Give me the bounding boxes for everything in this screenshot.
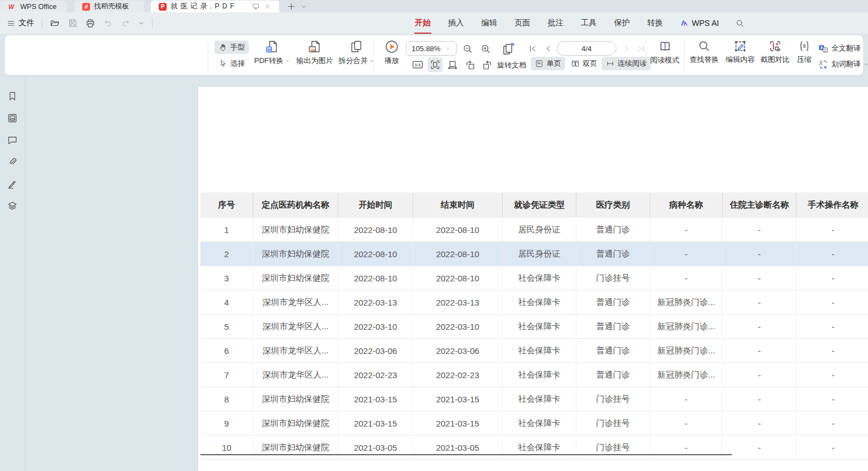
screenshot-compare-button[interactable]: 截图对比: [758, 39, 792, 65]
close-tab-icon[interactable]: [264, 3, 271, 10]
table-cell: -: [650, 411, 723, 435]
tab-document-active[interactable]: P 就医记录.PDF: [151, 1, 279, 12]
tab-docer-templates[interactable]: d 找稻壳模板: [74, 1, 144, 12]
wps-ai-button[interactable]: WPS AI: [680, 19, 719, 28]
monitor-icon[interactable]: [252, 2, 260, 11]
fit-width-icon: [447, 59, 458, 70]
single-page-button[interactable]: 单页: [531, 57, 565, 70]
table-cell: -: [650, 387, 723, 411]
undo-icon[interactable]: [103, 18, 113, 28]
menu-item-tools[interactable]: 工具: [580, 17, 597, 29]
fit-width-button[interactable]: [446, 58, 459, 71]
edit-content-icon: [733, 39, 747, 53]
continuous-read-label: 连续阅读: [618, 59, 647, 69]
new-tab-button[interactable]: [285, 0, 297, 12]
table-row[interactable]: 6深圳市龙华区人...2022-03-062022-03-06社会保障卡普通门诊…: [200, 339, 868, 363]
reorganize-pages-button[interactable]: [500, 41, 517, 57]
play-button[interactable]: 播放: [380, 39, 404, 66]
table-cell: 2022-03-10: [413, 315, 503, 338]
tab-wps-office[interactable]: W WPS Office: [0, 1, 66, 12]
attachment-icon[interactable]: [7, 156, 18, 168]
menu-item-insert[interactable]: 插入: [448, 17, 464, 29]
rotate-doc-label[interactable]: 旋转文档: [497, 60, 526, 70]
layers-icon[interactable]: [7, 200, 18, 212]
table-row[interactable]: 4深圳市龙华区人...2022-03-132022-03-13社会保障卡普通门诊…: [200, 290, 868, 315]
comment-icon[interactable]: [7, 134, 18, 146]
menu-item-edit[interactable]: 编辑: [481, 17, 498, 29]
edit-content-button[interactable]: 编辑内容: [723, 39, 757, 65]
pdf-convert-button[interactable]: W PDF转换: [249, 39, 294, 66]
last-page-button[interactable]: [634, 42, 647, 55]
table-row[interactable]: 10深圳市妇幼保健院2021-03-052021-03-05社会保障卡门诊挂号-…: [200, 436, 868, 460]
thumbnails-icon[interactable]: [7, 113, 18, 124]
table-cell: -: [797, 436, 868, 459]
export-image-button[interactable]: 输出为图片: [293, 39, 336, 66]
table-row[interactable]: 9深圳市妇幼保健院2021-03-152021-03-15社会保障卡门诊挂号--…: [200, 411, 868, 436]
table-row[interactable]: 8深圳市妇幼保健院2021-03-152021-03-15社会保障卡门诊挂号--…: [200, 387, 868, 411]
zoom-in-button[interactable]: [479, 42, 493, 56]
menu-item-page[interactable]: 页面: [514, 17, 531, 29]
table-cell: 2021-03-15: [338, 411, 413, 435]
table-row[interactable]: 5深圳市龙华区人...2022-03-102022-03-10社会保障卡普通门诊…: [200, 315, 868, 339]
table-cell: -: [723, 242, 797, 266]
menu-search-icon[interactable]: [735, 19, 745, 28]
word-translate-button[interactable]: 文 A 划词翻译: [817, 57, 868, 71]
first-page-icon: [528, 44, 538, 53]
record-table-body: 1深圳市妇幼保健院2022-08-102022-08-10居民身份证普通门诊--…: [200, 218, 868, 460]
table-cell: -: [723, 339, 797, 362]
redo-icon[interactable]: [120, 18, 131, 28]
table-cell: 深圳市妇幼保健院: [253, 411, 338, 435]
bookmark-icon[interactable]: [7, 91, 18, 102]
more-commands-chevron-icon[interactable]: [138, 20, 145, 26]
previous-page-button[interactable]: [542, 42, 554, 55]
table-cell: 门诊挂号: [576, 387, 650, 411]
file-menu-button[interactable]: 文件: [7, 18, 34, 28]
read-mode-button[interactable]: 阅读模式: [649, 39, 681, 65]
table-cell: -: [650, 436, 723, 459]
rotate-right-button[interactable]: [480, 58, 494, 71]
table-cell: 2021-03-05: [338, 436, 413, 459]
menu-item-protect[interactable]: 保护: [614, 17, 630, 29]
select-tool-label: 选择: [230, 59, 245, 69]
print-icon[interactable]: [85, 18, 96, 29]
full-translate-button[interactable]: A 文 全文翻译: [817, 42, 862, 55]
continuous-read-button[interactable]: 连续阅读: [602, 57, 651, 70]
menu-item-comment[interactable]: 批注: [547, 17, 564, 29]
divider: [684, 41, 684, 71]
rotate-left-button[interactable]: [463, 58, 477, 71]
plus-icon: [287, 2, 296, 11]
signature-icon[interactable]: [7, 178, 18, 190]
menu-item-convert[interactable]: 转换: [647, 17, 664, 29]
play-icon: [384, 39, 399, 54]
table-cell: 深圳市妇幼保健院: [253, 218, 338, 241]
fit-page-button[interactable]: [428, 57, 442, 72]
pdf-convert-icon: W: [265, 39, 279, 54]
tab-list-button[interactable]: [297, 0, 310, 12]
zoom-out-button[interactable]: [461, 42, 475, 56]
select-tool-button[interactable]: 选择: [214, 57, 249, 70]
split-merge-button[interactable]: 拆分合并: [336, 39, 377, 66]
actual-size-button[interactable]: 1:1: [411, 58, 424, 71]
read-mode-label: 阅读模式: [650, 55, 679, 65]
table-row[interactable]: 1深圳市妇幼保健院2022-08-102022-08-10居民身份证普通门诊--…: [200, 218, 868, 242]
table-cell: -: [797, 411, 868, 435]
full-translate-label: 全文翻译: [831, 43, 861, 53]
zoom-level-select[interactable]: 105.88%: [406, 41, 457, 56]
table-cell: 8: [200, 387, 253, 411]
menu-item-home[interactable]: 开始: [414, 17, 431, 29]
next-page-button[interactable]: [620, 42, 632, 55]
table-row[interactable]: 2深圳市妇幼保健院2022-08-102022-08-10居民身份证普通门诊--…: [200, 242, 868, 266]
open-folder-icon[interactable]: [50, 18, 60, 29]
page-indicator[interactable]: 4/4: [557, 41, 616, 56]
first-page-button[interactable]: [526, 42, 539, 55]
double-page-label: 双页: [583, 59, 597, 69]
hand-tool-button[interactable]: 手型: [214, 41, 249, 54]
table-row[interactable]: 7深圳市龙华区人...2022-02-232022-02-23社会保障卡普通门诊…: [200, 363, 868, 387]
save-icon[interactable]: [68, 18, 78, 28]
table-cell: 2022-08-10: [413, 242, 503, 266]
compress-button[interactable]: 压缩: [793, 39, 816, 65]
table-cell: -: [650, 266, 723, 290]
table-cell: 居民身份证: [503, 242, 576, 266]
find-replace-button[interactable]: 查找替换: [687, 39, 721, 65]
table-row[interactable]: 3深圳市妇幼保健院2022-08-102022-08-10社会保障卡门诊挂号--…: [200, 266, 868, 290]
